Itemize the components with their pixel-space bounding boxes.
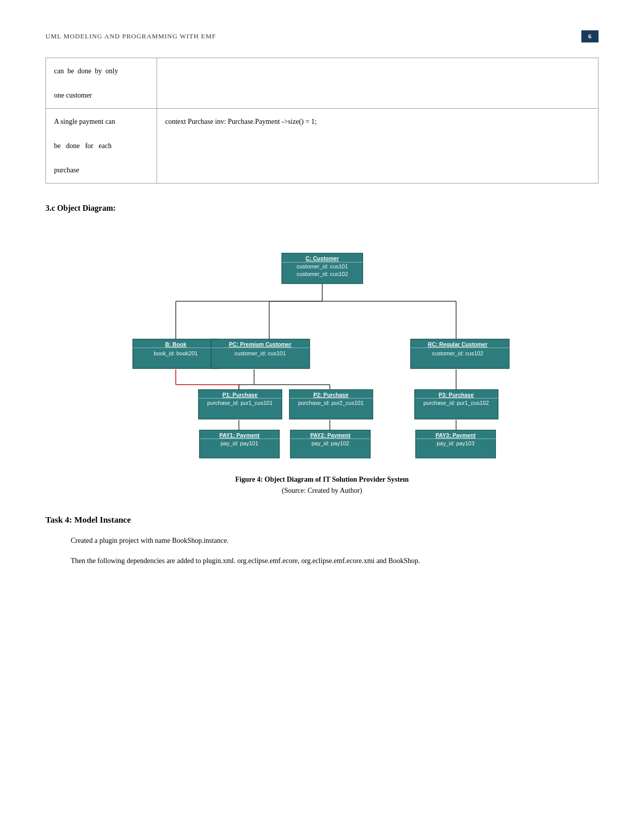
page: UML MODELING AND PROGRAMMING WITH EMF 6 … xyxy=(0,0,644,834)
task4-para2: Then the following dependencies are adde… xyxy=(45,554,599,567)
svg-text:book_id: book201: book_id: book201 xyxy=(154,350,197,356)
figure-caption: Figure 4: Object Diagram of IT Solution … xyxy=(45,476,599,484)
svg-text:customer_id: cus102: customer_id: cus102 xyxy=(432,350,483,356)
svg-text:RC: Regular Customer: RC: Regular Customer xyxy=(428,341,488,347)
header-page-number: 6 xyxy=(581,30,599,42)
svg-text:pay_id: pay103: pay_id: pay103 xyxy=(436,440,474,446)
object-diagram-svg: C: Customer customer_id: cus101 customer… xyxy=(103,228,542,471)
svg-text:PC: Premium Customer: PC: Premium Customer xyxy=(229,341,291,347)
svg-text:customer_id: cus102: customer_id: cus102 xyxy=(296,271,348,277)
diagram-container: C: Customer customer_id: cus101 customer… xyxy=(45,228,599,471)
svg-text:C: Customer: C: Customer xyxy=(305,255,339,261)
svg-text:PAY3: Payment: PAY3: Payment xyxy=(435,432,476,438)
figure-source: (Source: Created by Author) xyxy=(45,487,599,495)
header-title: UML MODELING AND PROGRAMMING WITH EMF xyxy=(45,32,216,40)
table-row: A single payment canbe done for eachpurc… xyxy=(46,109,599,183)
svg-text:purchase_id: pur1_cus102: purchase_id: pur1_cus102 xyxy=(423,400,489,406)
svg-text:customer_id: cus101: customer_id: cus101 xyxy=(234,350,286,356)
svg-text:customer_id: cus101: customer_id: cus101 xyxy=(296,263,348,269)
section-heading: 3.c Object Diagram: xyxy=(45,204,599,213)
table-cell-left-2: A single payment canbe done for eachpurc… xyxy=(46,109,157,183)
table-cell-right-2: context Purchase inv: Purchase.Payment -… xyxy=(157,109,599,183)
svg-text:P2: Purchase: P2: Purchase xyxy=(313,392,349,398)
svg-text:P3: Purchase: P3: Purchase xyxy=(438,392,474,398)
task4-heading: Task 4: Model Instance xyxy=(45,515,599,525)
svg-text:pay_id: pay101: pay_id: pay101 xyxy=(220,440,258,446)
task4-para1: Created a plugin project with name BookS… xyxy=(45,534,599,547)
svg-text:B: Book: B: Book xyxy=(165,341,186,347)
svg-text:PAY2: Payment: PAY2: Payment xyxy=(310,432,351,438)
svg-text:PAY1: Payment: PAY1: Payment xyxy=(219,432,260,438)
table-row: can be done by onlyone customer xyxy=(46,58,599,109)
svg-text:purchase_id: pur2_cus101: purchase_id: pur2_cus101 xyxy=(298,400,364,406)
table-cell-right-1 xyxy=(157,58,599,109)
svg-text:P1: Purchase: P1: Purchase xyxy=(222,392,258,398)
page-header: UML MODELING AND PROGRAMMING WITH EMF 6 xyxy=(45,30,599,42)
svg-text:pay_id: pay102: pay_id: pay102 xyxy=(311,440,349,446)
constraint-table: can be done by onlyone customer A single… xyxy=(45,58,599,183)
svg-text:purchase_id: pur1_cus101: purchase_id: pur1_cus101 xyxy=(207,400,273,406)
table-cell-left-1: can be done by onlyone customer xyxy=(46,58,157,109)
